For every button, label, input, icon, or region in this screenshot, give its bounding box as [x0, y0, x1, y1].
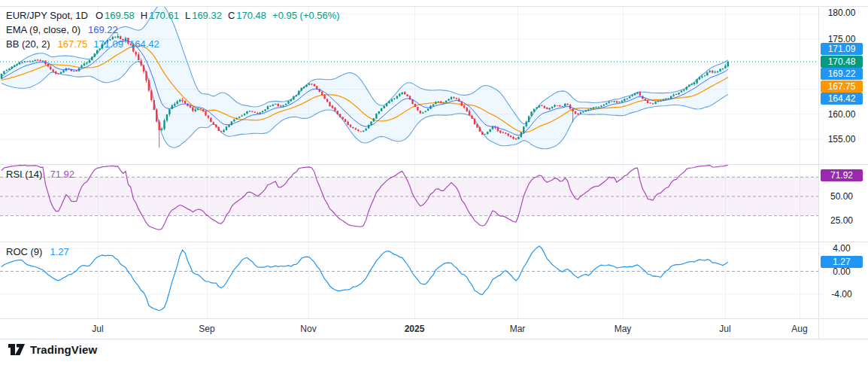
roc-tick--4.00: -4.00	[819, 289, 864, 300]
price-badge-167.75: 167.75	[821, 81, 863, 93]
close-value: 170.48	[236, 8, 266, 23]
time-label-Jul: Jul	[92, 323, 103, 335]
open-label: O	[96, 8, 103, 23]
open-value: 169.58	[105, 8, 135, 23]
rsi-value: 71.92	[50, 167, 74, 181]
roc-badge: 1.27	[821, 256, 863, 268]
price-tick-155.00: 155.00	[819, 134, 864, 144]
low-value: 169.32	[192, 8, 222, 23]
main-legend: EUR/JPY Spot, 1D O 169.58 H 170.61 L 169…	[6, 8, 346, 51]
time-label-Mar: Mar	[510, 323, 526, 335]
roc-label: ROC (9)	[6, 245, 42, 259]
bb-basis-value: 167.75	[58, 37, 88, 51]
price-tick-160.00: 160.00	[819, 109, 864, 120]
rsi-badge: 71.92	[821, 169, 863, 181]
tradingview-logo-text: TradingView	[30, 343, 97, 356]
close-label: C	[228, 8, 235, 23]
time-label-Nov: Nov	[300, 323, 316, 335]
ema-label: EMA (9, close, 0)	[6, 23, 80, 37]
time-label-Jul: Jul	[719, 323, 730, 335]
roc-value: 1.27	[50, 245, 68, 259]
price-tick-180.00: 180.00	[819, 8, 864, 18]
bb-legend-row[interactable]: BB (20, 2) 167.75 171.09 164.42	[6, 37, 346, 51]
symbol-legend-row[interactable]: EUR/JPY Spot, 1D O 169.58 H 170.61 L 169…	[6, 8, 346, 23]
price-badge-164.42: 164.42	[821, 93, 863, 105]
ema-value: 169.22	[88, 23, 118, 37]
rsi-label: RSI (14)	[6, 167, 42, 181]
rsi-legend: RSI (14) 71.92	[6, 167, 80, 181]
bb-lower-value: 164.42	[129, 37, 159, 51]
rsi-tick-25.00: 25.00	[819, 215, 864, 226]
time-label-Aug: Aug	[791, 323, 807, 335]
tradingview-logo[interactable]: TradingView	[8, 343, 97, 356]
time-label-2025: 2025	[405, 323, 425, 335]
high-label: H	[141, 8, 147, 23]
change-value: +0.95 (+0.56%)	[272, 8, 340, 23]
high-value: 170.61	[149, 8, 179, 23]
time-label-Sep: Sep	[199, 323, 214, 335]
roc-legend: ROC (9) 1.27	[6, 245, 75, 259]
roc-tick-4.00: 4.00	[819, 243, 864, 254]
bb-label: BB (20, 2)	[6, 37, 50, 51]
rsi-legend-row[interactable]: RSI (14) 71.92	[6, 167, 80, 181]
chart-canvas[interactable]	[0, 0, 868, 365]
ema-legend-row[interactable]: EMA (9, close, 0) 169.22	[6, 23, 346, 37]
price-badge-169.22: 169.22	[821, 68, 863, 80]
low-label: L	[185, 8, 190, 23]
time-label-May: May	[615, 323, 632, 335]
symbol-title: EUR/JPY Spot, 1D	[6, 8, 88, 23]
tradingview-chart: EUR/JPY Spot, 1D O 169.58 H 170.61 L 169…	[0, 0, 868, 365]
bb-upper-value: 171.09	[93, 37, 123, 51]
roc-tick-0.00: 0.00	[819, 266, 864, 277]
price-badge-171.09: 171.09	[821, 43, 863, 55]
rsi-tick-50.00: 50.00	[819, 191, 864, 202]
tradingview-logo-icon	[8, 343, 26, 356]
roc-legend-row[interactable]: ROC (9) 1.27	[6, 245, 75, 259]
price-axis[interactable]: 180.00175.00160.00155.00171.09170.48169.…	[819, 0, 868, 339]
price-badge-170.48: 170.48	[821, 56, 863, 68]
